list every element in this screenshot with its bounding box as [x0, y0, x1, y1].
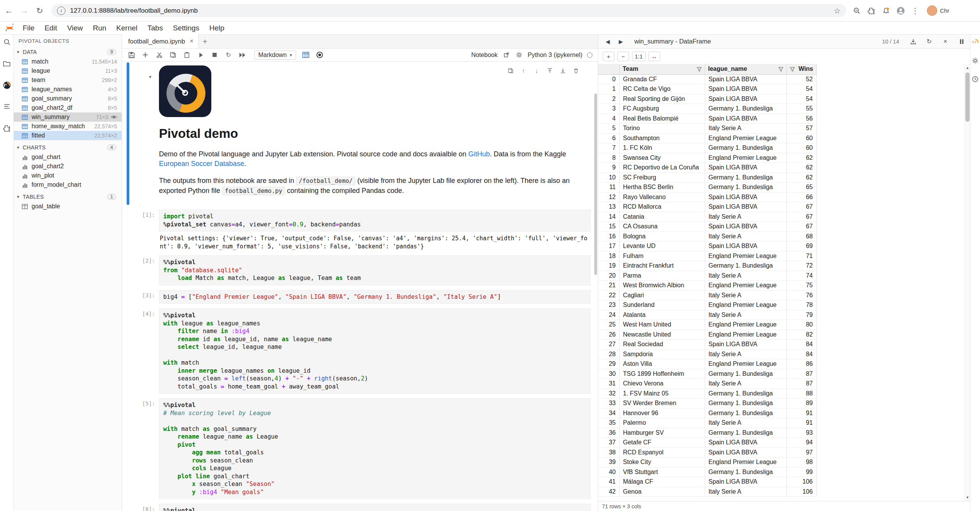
table-row[interactable]: 17Levante UDSpain LIGA BBVA69: [598, 241, 816, 251]
back-icon[interactable]: ←: [2, 4, 15, 17]
notifications-bell-icon[interactable]: [881, 6, 891, 15]
table-row[interactable]: 30TSG 1899 HoffenheimGermany 1. Bundesli…: [598, 369, 816, 379]
eye-icon[interactable]: [111, 114, 117, 120]
code-cell-1[interactable]: [1]:import pivotal%pivotal_set canvas=a4…: [127, 209, 591, 251]
sidebar-item-fitted[interactable]: fitted22,574×2: [14, 131, 122, 140]
table-row[interactable]: 37Getafe CFSpain LIGA BBVA94: [598, 438, 816, 448]
table-row[interactable]: 12Rayo VallecanoSpain LIGA BBVA66: [598, 192, 816, 202]
table-row[interactable]: 23SunderlandEngland Premier League78: [598, 300, 816, 310]
table-row[interactable]: 0Granada CFSpain LIGA BBVA52: [598, 74, 816, 84]
notebook-scrollbar[interactable]: [594, 89, 597, 511]
insert-cell-below-icon[interactable]: [559, 67, 566, 74]
viewer-export-icon[interactable]: [909, 38, 917, 45]
zoom-icon[interactable]: [852, 6, 861, 15]
index-column-header[interactable]: [598, 64, 619, 74]
table-row[interactable]: 24AtalantaItaly Serie A79: [598, 310, 816, 320]
table-row[interactable]: 15CA OsasunaSpain LIGA BBVA67: [598, 222, 816, 232]
cut-icon[interactable]: [155, 51, 163, 59]
sidebar-item-form_model_chart[interactable]: form_model_chart: [14, 180, 122, 189]
cell-input-area[interactable]: %%pivotalfrom "database.sqlite" load Mat…: [159, 255, 591, 285]
table-row[interactable]: 13RCD MallorcaSpain LIGA BBVA67: [598, 202, 816, 212]
url-text[interactable]: 127.0.0.1:8888/lab/tree/football_demo.ip…: [70, 7, 834, 15]
table-row[interactable]: 8Swansea CityEngland Premier League62: [598, 153, 816, 163]
file-browser-folder-icon[interactable]: [3, 59, 11, 68]
browser-menu-icon[interactable]: ⋮: [911, 6, 920, 15]
sidebar-section-header-tables[interactable]: ▾TABLES1: [14, 192, 122, 202]
team-filter-icon[interactable]: [697, 67, 702, 72]
viewer-scrollbar-thumb[interactable]: [965, 72, 970, 122]
table-row[interactable]: 33SV Werder BremenGermany 1. Bundesliga8…: [598, 399, 816, 409]
table-row[interactable]: 35PalermoItaly Serie A91: [598, 418, 816, 428]
sidebar-item-win_summary[interactable]: win_summary71×3: [14, 112, 122, 122]
sidebar-item-goal_chart2[interactable]: goal_chart2: [14, 162, 122, 171]
code-cell-6[interactable]: [6]:%%pivotal# Same chart but with agg p…: [127, 504, 591, 511]
table-row[interactable]: 25West Ham UnitedEngland Premier League8…: [598, 320, 816, 330]
tab-football-demo[interactable]: football_demo.ipynb ×: [122, 34, 199, 48]
history-clock-icon[interactable]: [972, 75, 979, 82]
scroll-up-icon[interactable]: ▲: [965, 65, 970, 70]
sidebar-item-goal_chart2_df[interactable]: goal_chart2_df8×5: [14, 103, 122, 112]
table-row[interactable]: 20ParmaItaly Serie A74: [598, 271, 816, 281]
cell-collapser[interactable]: [127, 255, 129, 285]
cell-input-area[interactable]: %%pivotalwith league as league_names fil…: [159, 308, 591, 394]
paste-icon[interactable]: [183, 51, 191, 59]
table-row[interactable]: 31Chievo VeronaItaly Serie A87: [598, 379, 816, 389]
profile-avatar-icon[interactable]: [896, 6, 905, 15]
run-icon[interactable]: [197, 51, 205, 59]
table-row[interactable]: 10SC FreiburgGermany 1. Bundesliga62: [598, 173, 816, 183]
table-row[interactable]: 1RC Celta de VigoSpain LIGA BBVA54: [598, 84, 816, 94]
zoom-in-button[interactable]: +: [603, 52, 614, 61]
site-info-icon[interactable]: i: [57, 7, 65, 15]
search-icon[interactable]: [3, 38, 11, 46]
table-row[interactable]: 3FC AugsburgGermany 1. Bundesliga55: [598, 104, 816, 114]
wins-column-header[interactable]: Wins: [786, 64, 816, 74]
table-row[interactable]: 38RCD EspanyolSpain LIGA BBVA97: [598, 447, 816, 457]
code-cell-4[interactable]: [4]:%%pivotalwith league as league_names…: [127, 308, 591, 394]
kernel-status-icon[interactable]: [587, 52, 592, 58]
table-row[interactable]: 21West Bromwich AlbionEngland Premier Le…: [598, 281, 816, 291]
table-row[interactable]: 9RC Deportivo de La CoruñaSpain LIGA BBV…: [598, 163, 816, 173]
forward-icon[interactable]: →: [18, 4, 31, 17]
cell-input-area[interactable]: big4 = ["England Premier League", "Spain…: [159, 290, 591, 304]
viewer-prev-icon[interactable]: ◀: [603, 37, 613, 47]
table-row[interactable]: 19Eintracht FrankfurtGermany 1. Bundesli…: [598, 261, 816, 271]
sidebar-item-home_away_match[interactable]: home_away_match22,574×5: [14, 122, 122, 131]
table-row[interactable]: 6SouthamptonEngland Premier League60: [598, 133, 816, 143]
table-row[interactable]: 36Hamburger SVGermany 1. Bundesliga93: [598, 428, 816, 438]
sidebar-item-goal_chart[interactable]: goal_chart: [14, 152, 122, 162]
menu-file[interactable]: File: [18, 22, 40, 34]
sidebar-item-team[interactable]: team299×2: [14, 75, 122, 85]
address-bar[interactable]: i 127.0.0.1:8888/lab/tree/football_demo.…: [52, 4, 846, 17]
cell-collapse-chevron-icon[interactable]: ▾: [149, 74, 152, 80]
markdown-cell[interactable]: ▾ ↑ ↓: [127, 62, 591, 205]
pivotal-extension-icon[interactable]: [3, 81, 11, 89]
table-row[interactable]: 28SampdoriaItaly Serie A84: [598, 349, 816, 359]
viewer-pin-icon[interactable]: [958, 38, 965, 45]
sidebar-item-league[interactable]: league11×3: [14, 66, 122, 75]
table-of-contents-icon[interactable]: [3, 102, 11, 111]
move-cell-up-icon[interactable]: ↑: [520, 67, 527, 74]
table-row[interactable]: 34Hannover 96Germany 1. Bundesliga91: [598, 408, 816, 418]
league-filter-icon[interactable]: [778, 67, 783, 72]
kernel-name-label[interactable]: Python 3 (ipykernel): [528, 52, 582, 59]
pivotal-viewer-icon[interactable]: [972, 39, 979, 45]
property-inspector-gear-icon[interactable]: [972, 57, 979, 64]
code-cell-2[interactable]: [2]:%%pivotalfrom "database.sqlite" load…: [127, 255, 591, 285]
chrome-profile-chip[interactable]: Chr: [927, 5, 949, 16]
table-row[interactable]: 41Málaga CFSpain LIGA BBVA106: [598, 477, 816, 487]
save-icon[interactable]: [127, 51, 135, 59]
external-link-icon[interactable]: [502, 51, 510, 59]
zoom-out-button[interactable]: −: [617, 52, 629, 61]
new-tab-button[interactable]: +: [199, 35, 212, 48]
table-row[interactable]: 2Real Sporting de GijónSpain LIGA BBVA54: [598, 94, 816, 104]
table-row[interactable]: 39Stoke CityEngland Premier League98: [598, 457, 816, 467]
table-row[interactable]: 321. FSV Mainz 05Germany 1. Bundesliga88: [598, 389, 816, 399]
extensions-puzzle-icon[interactable]: [867, 6, 876, 15]
league-column-header[interactable]: league_name: [705, 64, 786, 74]
sidebar-item-win_plot[interactable]: win_plot: [14, 171, 122, 180]
viewer-scrollbar[interactable]: ▲ ▼: [964, 64, 970, 501]
cell-collapser[interactable]: [127, 62, 129, 205]
pivotal-table-tool-icon[interactable]: [302, 51, 310, 59]
delete-cell-trash-icon[interactable]: [572, 67, 579, 74]
viewer-refresh-icon[interactable]: ↻: [925, 38, 933, 45]
